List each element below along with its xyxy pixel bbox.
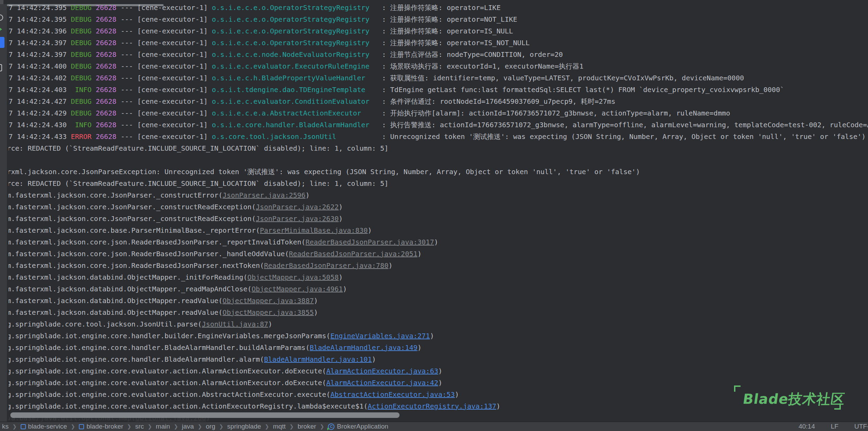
stacktrace-link[interactable]: ObjectMapper.java:4961 — [251, 285, 343, 293]
ide-run-console: { "palette":{ "background":"#2b2d30","st… — [0, 0, 868, 431]
stacktrace-link[interactable]: JsonUtil.java:87 — [202, 320, 268, 328]
stacktrace-line: m.fasterxml.jackson.databind.ObjectMappe… — [7, 283, 868, 295]
chevron-right-icon: ❯ — [316, 423, 328, 430]
console-line: rce: REDACTED (`StreamReadFeature.INCLUD… — [7, 142, 868, 154]
stacktrace-link[interactable]: BladeAlarmHandler.java:101 — [264, 355, 372, 363]
chevron-right-icon: ❯ — [170, 423, 182, 430]
chevron-right-icon: ❯ — [67, 423, 79, 430]
run-toolwindow-toolbar — [0, 4, 7, 422]
stacktrace-line: m.fasterxml.jackson.core.JsonParser._con… — [7, 213, 868, 224]
stacktrace-link[interactable]: ObjectMapper.java:3855 — [223, 308, 314, 317]
console-line: rxml.jackson.core.JsonParseException: Un… — [7, 166, 868, 178]
stacktrace-line: g.springblade.iot.engine.core.handler.Bl… — [7, 353, 868, 365]
module-icon — [79, 424, 84, 429]
breadcrumb-label: blade-broker — [86, 423, 123, 430]
stacktrace-link[interactable]: BladeAlarmHandler.java:149 — [310, 343, 417, 352]
stacktrace-link[interactable]: ReaderBasedJsonParser.java:3017 — [306, 238, 434, 246]
breadcrumb-item-springblade[interactable]: springblade — [227, 423, 261, 430]
stacktrace-line: m.fasterxml.jackson.databind.ObjectMappe… — [7, 307, 868, 318]
caret-position-widget[interactable]: 40:14 — [798, 423, 815, 430]
stacktrace-link[interactable]: ActionExecutorRegistry.java:137 — [368, 402, 496, 410]
run-badge-icon — [327, 428, 330, 430]
log-line: 7 14:42:24.429 DEBUG 26628 --- [cene-exe… — [7, 107, 868, 119]
breadcrumb-label: broker — [298, 423, 316, 430]
breadcrumb-item-blade-service[interactable]: blade-service — [21, 423, 67, 430]
breadcrumb-item-brokerapplication[interactable]: CBrokerApplication — [328, 423, 388, 430]
stacktrace-line: g.springblade.iot.engine.core.evaluator.… — [7, 365, 868, 377]
breadcrumb-label: src — [135, 423, 144, 430]
stacktrace-line: g.springblade.core.tool.jackson.JsonUtil… — [7, 318, 868, 330]
stacktrace-link[interactable]: ParserMinimalBase.java:830 — [260, 226, 368, 234]
breadcrumb-label: mqtt — [273, 423, 286, 430]
stacktrace-link[interactable]: EngineVariables.java:271 — [330, 332, 430, 340]
console-line — [7, 154, 868, 166]
breadcrumb-item-src[interactable]: src — [135, 423, 144, 430]
breadcrumb-label: BrokerApplication — [337, 423, 388, 430]
stacktrace-link[interactable]: AlarmActionExecutor.java:42 — [326, 379, 438, 387]
log-line: 7 14:42:24.395 DEBUG 26628 --- [cene-exe… — [7, 2, 868, 13]
stacktrace-line: m.fasterxml.jackson.core.json.ReaderBase… — [7, 236, 868, 248]
console-line: rce: REDACTED (`StreamReadFeature.INCLUD… — [7, 178, 868, 189]
breadcrumb-item-ks[interactable]: ks — [2, 423, 9, 430]
run-icon[interactable] — [0, 27, 2, 32]
line-ending-widget[interactable]: LF — [831, 423, 838, 430]
chevron-right-icon: ❯ — [123, 423, 135, 430]
stacktrace-line: m.fasterxml.jackson.core.base.ParserMini… — [7, 224, 868, 236]
breadcrumb-label: blade-service — [28, 423, 67, 430]
module-icon — [21, 424, 26, 429]
stacktrace-link[interactable]: JsonParser.java:2596 — [223, 191, 306, 199]
log-line: 7 14:42:24.433 ERROR 26628 --- [cene-exe… — [7, 131, 868, 142]
softwrap-icon[interactable] — [0, 64, 2, 71]
breadcrumb-label: springblade — [227, 423, 261, 430]
chevron-right-icon: ❯ — [215, 423, 227, 430]
stacktrace-link[interactable]: AlarmActionExecutor.java:63 — [326, 367, 438, 375]
breadcrumb-item-broker[interactable]: broker — [298, 423, 316, 430]
status-bar-widgets: 40:14 LF UTF-8 — [792, 422, 868, 431]
blade-community-watermark: Blade技术社区 — [734, 385, 841, 410]
stacktrace-line: m.fasterxml.jackson.databind.ObjectMappe… — [7, 295, 868, 307]
watermark-text: Blade技术社区 — [742, 390, 846, 409]
rerun-icon[interactable] — [0, 14, 3, 21]
breadcrumb-item-main[interactable]: main — [156, 423, 170, 430]
breadcrumb-item-java[interactable]: java — [182, 423, 194, 430]
scrollbar-corner — [0, 0, 3, 4]
breadcrumb-label: java — [182, 423, 194, 430]
stacktrace-link[interactable]: ReaderBasedJsonParser.java:2051 — [289, 250, 417, 258]
selected-tool-button[interactable] — [0, 37, 4, 48]
stacktrace-link[interactable]: JsonParser.java:2622 — [256, 203, 339, 211]
chevron-right-icon: ❯ — [286, 423, 298, 430]
log-line: 7 14:42:24.397 DEBUG 26628 --- [cene-exe… — [7, 49, 868, 60]
log-line: 7 14:42:24.397 DEBUG 26628 --- [cene-exe… — [7, 37, 868, 49]
log-line: 7 14:42:24.400 DEBUG 26628 --- [cene-exe… — [7, 60, 868, 72]
log-line: 7 14:42:24.427 DEBUG 26628 --- [cene-exe… — [7, 96, 868, 107]
log-line: 7 14:42:24.402 DEBUG 26628 --- [cene-exe… — [7, 72, 868, 84]
breadcrumb: ks❯blade-service❯blade-broker❯src❯main❯j… — [2, 423, 388, 430]
console-horizontal-scrollbar-thumb[interactable] — [10, 412, 400, 418]
breadcrumb-item-mqtt[interactable]: mqtt — [273, 423, 286, 430]
breadcrumb-item-org[interactable]: org — [206, 423, 215, 430]
chevron-right-icon: ❯ — [261, 423, 273, 430]
stacktrace-line: m.fasterxml.jackson.core.JsonParser._con… — [7, 189, 868, 201]
breadcrumb-label: org — [206, 423, 215, 430]
chevron-right-icon: ❯ — [144, 423, 156, 430]
stacktrace-line: g.springblade.iot.engine.core.handler.Bl… — [7, 342, 868, 353]
stacktrace-line: g.springblade.iot.engine.core.handler.bu… — [7, 330, 868, 342]
class-icon: C — [328, 423, 334, 430]
breadcrumb-label: ks — [2, 423, 9, 430]
stacktrace-link[interactable]: ObjectMapper.java:5058 — [247, 273, 339, 281]
stacktrace-link[interactable]: JsonParser.java:2630 — [256, 214, 339, 223]
stacktrace-link[interactable]: ReaderBasedJsonParser.java:780 — [264, 261, 389, 270]
log-line: 7 14:42:24.403 INFO 26628 --- [cene-exec… — [7, 84, 868, 96]
breadcrumb-label: main — [156, 423, 170, 430]
breadcrumb-item-blade-broker[interactable]: blade-broker — [79, 423, 123, 430]
stacktrace-link[interactable]: ObjectMapper.java:3887 — [223, 297, 314, 305]
console-output[interactable]: 7 14:42:24.395 DEBUG 26628 --- [cene-exe… — [7, 0, 868, 422]
log-line: 7 14:42:24.430 INFO 26628 --- [cene-exec… — [7, 119, 868, 131]
watermark-bracket-topleft-icon — [734, 385, 741, 392]
stacktrace-line: m.fasterxml.jackson.core.JsonParser._con… — [7, 201, 868, 213]
encoding-widget[interactable]: UTF-8 — [854, 423, 868, 430]
log-line: 7 14:42:24.396 DEBUG 26628 --- [cene-exe… — [7, 25, 868, 37]
stacktrace-line: m.fasterxml.jackson.core.json.ReaderBase… — [7, 260, 868, 271]
stacktrace-line: m.fasterxml.jackson.databind.ObjectMappe… — [7, 271, 868, 283]
stacktrace-link[interactable]: AbstractActionExecutor.java:53 — [330, 390, 455, 399]
